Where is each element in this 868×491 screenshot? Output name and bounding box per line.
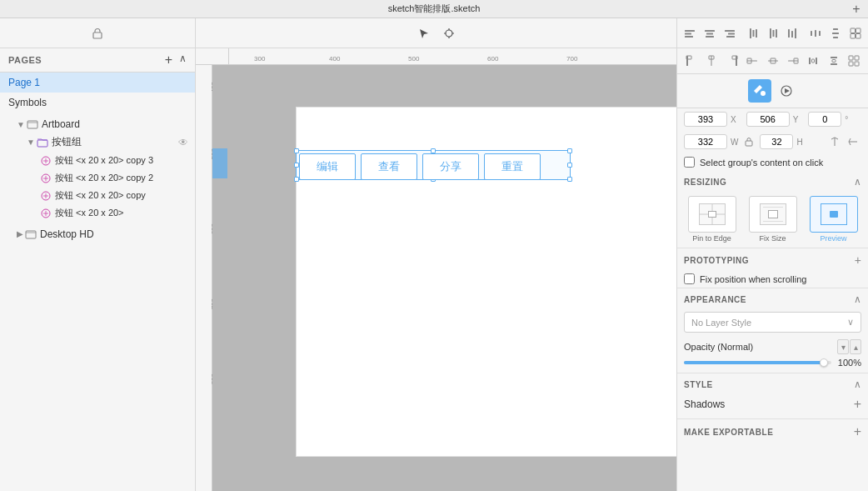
r-input[interactable] bbox=[808, 112, 841, 127]
layer-btn-copy-label: 按钮 <x 20 x 20> copy bbox=[55, 189, 146, 202]
sel-handle-br[interactable] bbox=[567, 177, 572, 182]
pan-tool-btn[interactable] bbox=[437, 22, 461, 45]
layer-btn-group[interactable]: ▼ 按钮组 👁 bbox=[0, 133, 195, 152]
svg-rect-57 bbox=[831, 63, 837, 65]
svg-rect-23 bbox=[795, 28, 796, 38]
more-options-btn[interactable] bbox=[846, 22, 865, 45]
y-input[interactable] bbox=[746, 112, 790, 127]
pin-to-edge-option[interactable]: Pin to Edge bbox=[684, 196, 740, 243]
layer-btn-copy[interactable]: 按钮 <x 20 x 20> copy bbox=[0, 187, 195, 204]
svg-rect-56 bbox=[831, 57, 837, 58]
svg-rect-26 bbox=[819, 31, 821, 36]
main-layout: PAGES + ∧ Page 1 Symbols ▼ bbox=[0, 48, 868, 491]
sel-handle-mr[interactable] bbox=[567, 163, 572, 168]
opacity-down-btn[interactable]: ▾ bbox=[837, 339, 849, 354]
add-export-btn[interactable]: + bbox=[854, 424, 861, 439]
edit-btn[interactable]: 编辑 bbox=[299, 153, 356, 180]
align-center-btn[interactable] bbox=[701, 22, 719, 45]
w-input[interactable] bbox=[684, 134, 727, 149]
layer-style-select[interactable]: No Layer Style ∨ bbox=[684, 312, 861, 333]
align-mr-btn[interactable] bbox=[784, 52, 802, 70]
layer-artboard[interactable]: ▼ Artboard bbox=[0, 116, 195, 133]
sel-handle-tr[interactable] bbox=[567, 148, 572, 153]
button-group: 编辑 查看 分享 重置 bbox=[299, 153, 541, 180]
h-input[interactable] bbox=[760, 134, 793, 149]
style-tabs bbox=[677, 74, 868, 108]
fix-size-option[interactable]: Fix Size bbox=[745, 196, 801, 243]
page-item-symbols[interactable]: Symbols bbox=[0, 93, 195, 113]
flip-v-btn[interactable] bbox=[845, 133, 861, 150]
opacity-track bbox=[684, 361, 831, 364]
x-input[interactable] bbox=[684, 112, 727, 127]
fix-size-box bbox=[749, 196, 797, 233]
layer-desktop-hd[interactable]: ▶ Desktop HD bbox=[0, 225, 195, 243]
align-tr-btn[interactable] bbox=[723, 52, 741, 70]
opacity-thumb[interactable] bbox=[820, 358, 828, 367]
share-btn[interactable]: 分享 bbox=[422, 153, 479, 180]
view-btn[interactable]: 查看 bbox=[361, 153, 417, 180]
svg-rect-20 bbox=[776, 29, 777, 38]
svg-rect-48 bbox=[747, 61, 757, 62]
symbol-icon-copy bbox=[40, 190, 52, 202]
layer-btn[interactable]: 按钮 <x 20 x 20> bbox=[0, 204, 195, 222]
pages-header: PAGES + ∧ bbox=[0, 48, 195, 73]
size-row: W H bbox=[677, 130, 868, 153]
appearance-collapse-btn[interactable]: ∧ bbox=[854, 293, 861, 305]
add-prototype-btn[interactable]: + bbox=[855, 253, 861, 267]
ruler-mark-600: 600 bbox=[487, 55, 498, 63]
export-header: MAKE EXPORTABLE + bbox=[677, 419, 868, 444]
dist-v-btn[interactable] bbox=[825, 52, 843, 70]
select-group-label: Select group's content on click bbox=[700, 158, 823, 168]
distribute-h-btn[interactable] bbox=[806, 22, 825, 45]
layer-btn-copy2[interactable]: 按钮 <x 20 x 20> copy 2 bbox=[0, 169, 195, 187]
align-left-btn[interactable] bbox=[681, 22, 699, 45]
lock-ratio-btn[interactable] bbox=[743, 136, 755, 148]
align-ml-btn[interactable] bbox=[743, 52, 761, 70]
fix-position-checkbox[interactable] bbox=[684, 273, 695, 284]
btn-group-folder-icon bbox=[37, 136, 48, 148]
add-shadow-btn[interactable]: + bbox=[854, 397, 861, 412]
appearance-title: APPEARANCE bbox=[684, 295, 746, 304]
fill-tab[interactable] bbox=[748, 79, 771, 103]
svg-rect-28 bbox=[832, 33, 839, 34]
flip-h-btn[interactable] bbox=[826, 133, 843, 150]
svg-rect-17 bbox=[756, 29, 757, 38]
toolbar-right bbox=[676, 18, 868, 48]
resizing-grid: Pin to Edge Fix Size bbox=[677, 191, 868, 248]
align-tc-btn[interactable] bbox=[702, 52, 721, 70]
select-group-checkbox[interactable] bbox=[684, 157, 695, 168]
prototype-tab[interactable] bbox=[775, 79, 798, 103]
resizing-collapse-btn[interactable]: ∧ bbox=[854, 176, 861, 188]
svg-rect-30 bbox=[851, 28, 856, 33]
pin-to-edge-label: Pin to Edge bbox=[692, 234, 731, 243]
preview-option[interactable]: Preview bbox=[806, 196, 861, 243]
new-window-btn[interactable]: + bbox=[845, 0, 868, 18]
svg-rect-44 bbox=[711, 56, 712, 66]
select-tool-btn[interactable] bbox=[412, 22, 436, 45]
opacity-up-btn[interactable]: ▴ bbox=[850, 339, 861, 354]
distribute-v-btn[interactable] bbox=[826, 22, 845, 45]
layer-btn-copy2-label: 按钮 <x 20 x 20> copy 2 bbox=[55, 172, 153, 184]
align-tl-btn[interactable] bbox=[682, 52, 701, 70]
more-align-btn[interactable] bbox=[845, 52, 863, 70]
align-bottom-btn[interactable] bbox=[783, 22, 801, 45]
collapse-pages-btn[interactable]: ∧ bbox=[179, 53, 187, 67]
svg-rect-58 bbox=[832, 60, 836, 63]
align-mc-btn[interactable] bbox=[764, 52, 782, 70]
reset-btn[interactable]: 重置 bbox=[484, 153, 541, 180]
align-top-btn[interactable] bbox=[744, 22, 762, 45]
y-label: Y bbox=[793, 115, 799, 124]
right-panel: X Y ° W H bbox=[676, 48, 868, 491]
canvas-viewport[interactable]: 编辑 查看 分享 重置 bbox=[212, 65, 676, 491]
layer-style-chevron: ∨ bbox=[847, 317, 854, 328]
style-collapse-btn[interactable]: ∧ bbox=[854, 378, 861, 390]
align-middle-btn[interactable] bbox=[764, 22, 782, 45]
layer-btn-copy3[interactable]: 按钮 <x 20 x 20> copy 3 bbox=[0, 152, 195, 169]
position-row: X Y ° bbox=[677, 108, 868, 130]
add-page-btn[interactable]: + bbox=[165, 53, 172, 67]
dist-h-btn[interactable] bbox=[804, 52, 822, 70]
align-right-btn[interactable] bbox=[721, 22, 739, 45]
page-item-page1[interactable]: Page 1 bbox=[0, 73, 195, 93]
visibility-toggle-btn[interactable]: 👁 bbox=[178, 137, 188, 148]
lock-icon[interactable] bbox=[86, 22, 109, 45]
